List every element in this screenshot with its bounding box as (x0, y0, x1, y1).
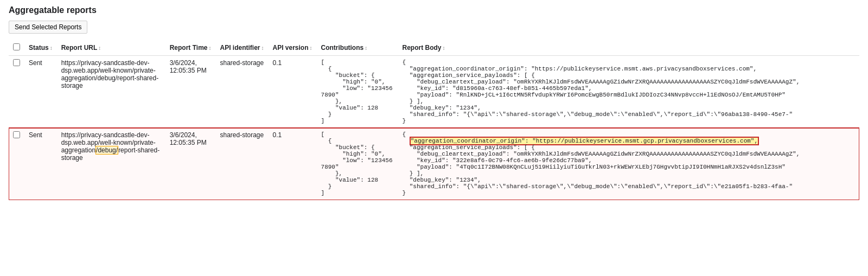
row-report-body: { "aggregation_coordinator_origin": "htt… (398, 56, 859, 128)
header-api-version[interactable]: API version (269, 40, 317, 56)
header-status[interactable]: Status (24, 40, 57, 56)
row-api-version: 0.1 (269, 128, 317, 200)
header-report-body[interactable]: Report Body (398, 40, 859, 56)
page-wrapper: Aggregatable reports Send Selected Repor… (0, 0, 868, 206)
row-contributions: [ { "bucket": { "high": "0", "low": "123… (317, 56, 398, 128)
row-api-version: 0.1 (269, 56, 317, 128)
row-checkbox[interactable] (13, 59, 20, 66)
row-checkbox[interactable] (13, 131, 20, 138)
row-status: Sent (24, 56, 57, 128)
row-report-time: 3/6/2024, 12:05:35 PM (165, 56, 216, 128)
header-report-url[interactable]: Report URL (57, 40, 165, 56)
header-contributions[interactable]: Contributions (317, 40, 398, 56)
row-report-url: https://privacy-sandcastle-dev-dsp.web.a… (57, 56, 165, 128)
page-title: Aggregatable reports (9, 5, 859, 15)
row-report-url: https://privacy-sandcastle-dev-dsp.web.a… (57, 128, 165, 200)
row-api-identifier: shared-storage (215, 56, 268, 128)
table-header-row: Status Report URL Report Time API identi… (9, 40, 859, 56)
header-report-time[interactable]: Report Time (165, 40, 216, 56)
row-status: Sent (24, 128, 57, 200)
row-api-identifier: shared-storage (215, 128, 268, 200)
table-row: Senthttps://privacy-sandcastle-dev-dsp.w… (9, 56, 859, 128)
row-report-body: { "aggregation_coordinator_origin": "htt… (398, 128, 859, 200)
select-all-checkbox[interactable] (13, 43, 20, 50)
table-row: Senthttps://privacy-sandcastle-dev-dsp.w… (9, 128, 859, 200)
header-checkbox (9, 40, 24, 56)
send-selected-reports-button[interactable]: Send Selected Reports (9, 21, 87, 34)
table-wrapper: Status Report URL Report Time API identi… (9, 40, 859, 200)
reports-table: Status Report URL Report Time API identi… (9, 40, 859, 200)
row-contributions: [ { "bucket": { "high": "0", "low": "123… (317, 128, 398, 200)
table-body: Senthttps://privacy-sandcastle-dev-dsp.w… (9, 56, 859, 200)
header-api-identifier[interactable]: API identifier (215, 40, 268, 56)
row-report-time: 3/6/2024, 12:05:35 PM (165, 128, 216, 200)
